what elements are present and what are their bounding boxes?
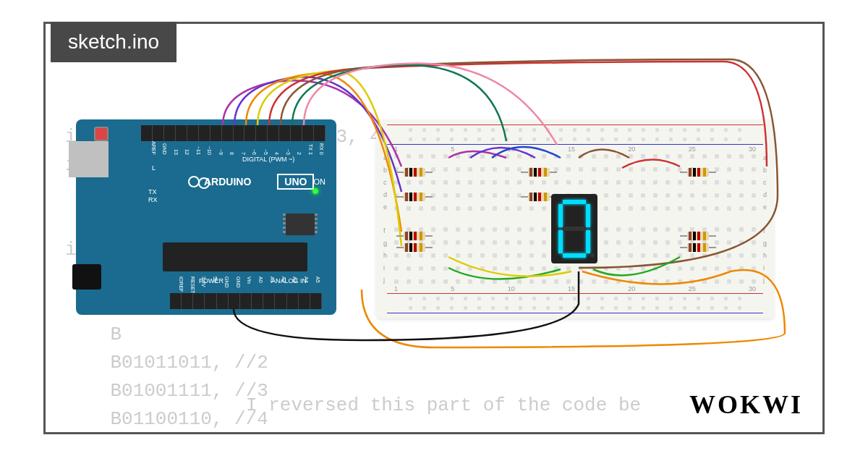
seven-segment-display[interactable] [551,194,597,263]
column-numbers-bottom: 15 1015 2025 30 [394,285,756,292]
digital-section-label: DIGITAL (PWM ~) [242,156,294,163]
arduino-logo: ARDUINO UNO [188,174,314,190]
background-comment: I reversed this part of the code be [246,394,641,416]
resistor-2[interactable] [396,193,433,201]
file-tab[interactable]: sketch.ino [51,22,176,62]
infinity-icon [188,176,200,187]
power-led [312,188,318,194]
resistor-6[interactable] [396,232,433,240]
l-label: L [152,164,156,172]
resistor-9[interactable] [680,243,716,252]
segment-e [558,230,563,253]
power-rail-top [387,123,763,146]
usb-port [69,141,109,177]
resistor-3[interactable] [521,168,557,177]
resistor-8[interactable] [680,232,716,240]
atmega-chip [163,242,307,271]
resistor-5[interactable] [680,168,716,177]
power-rail-bottom [387,292,763,315]
segment-g [563,227,586,231]
tx-rx-labels: TXRX [148,188,158,204]
resistor-7[interactable] [396,243,433,252]
reset-button[interactable] [94,127,109,141]
digital-pin-labels: AREFGND 1312 ~11~10 ~98 7~6 ~54 ~32 TX 1… [145,141,324,155]
arduino-uno-board[interactable]: AREFGND 1312 ~11~10 ~98 7~6 ~54 ~32 TX 1… [76,119,336,315]
resistor-1[interactable] [396,168,433,177]
column-numbers-top: 15 1015 2025 30 [394,145,756,153]
segment-d [563,253,586,258]
analog-section-label: ANALOG IN [271,277,307,284]
digital-pin-header[interactable] [141,125,326,141]
power-section-label: POWER [199,277,224,284]
segment-c [586,230,590,253]
wokwi-logo: WOKWI [689,389,803,420]
on-label: ON [314,177,326,186]
segment-a [563,200,586,204]
segment-dp [590,253,595,258]
power-jack [72,264,101,290]
power-analog-header[interactable] [170,293,322,309]
smd-chip [286,214,315,235]
segment-b [586,204,590,227]
segment-f [558,204,563,227]
